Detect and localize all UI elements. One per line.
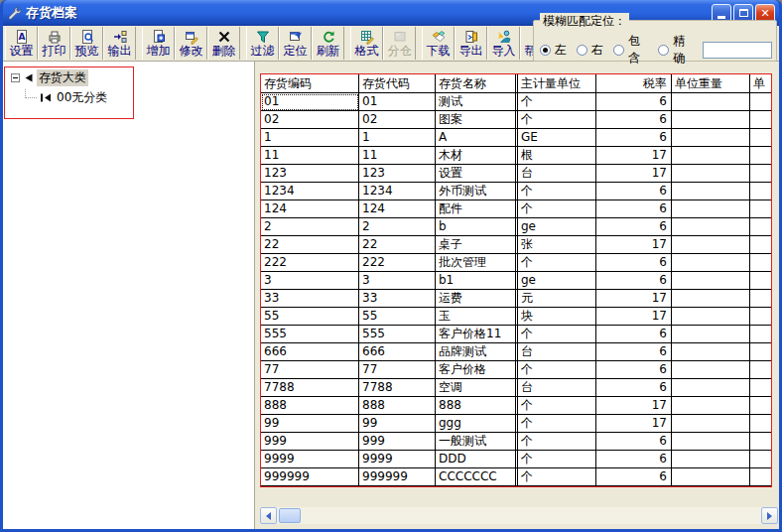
toolbar-button-filter[interactable]: 过滤 xyxy=(246,27,279,60)
grid-cell[interactable]: DDD xyxy=(436,451,515,468)
grid-cell[interactable]: 123 xyxy=(261,165,359,183)
toolbar-button-add[interactable]: 增加 xyxy=(142,27,175,60)
grid-cell[interactable]: 个 xyxy=(515,397,596,415)
grid-cell[interactable] xyxy=(750,290,771,308)
grid-cell[interactable]: b1 xyxy=(436,272,515,290)
toolbar-button-import[interactable]: 导入 xyxy=(487,27,520,60)
radio-label[interactable]: 右 xyxy=(591,42,603,59)
toolbar-button-download[interactable]: 下载 xyxy=(422,27,455,60)
grid-cell[interactable] xyxy=(750,129,771,147)
grid-cell[interactable] xyxy=(750,183,771,200)
grid-cell[interactable]: 3 xyxy=(359,272,436,290)
grid-cell[interactable]: 888 xyxy=(359,397,436,415)
grid-cell[interactable] xyxy=(672,290,750,308)
grid-cell[interactable] xyxy=(750,218,771,236)
grid-cell[interactable] xyxy=(672,129,750,147)
grid-cell[interactable] xyxy=(672,165,750,183)
grid-cell[interactable]: 9999 xyxy=(359,451,436,468)
grid-cell[interactable]: 设置 xyxy=(436,165,515,183)
scroll-left-button[interactable] xyxy=(260,507,277,524)
toolbar-button-modify[interactable]: 修改 xyxy=(175,27,207,60)
grid-cell[interactable]: 17 xyxy=(596,165,672,183)
tree-child-label[interactable]: 00无分类 xyxy=(55,89,109,106)
grid-cell[interactable]: 666 xyxy=(261,343,359,361)
grid-cell[interactable]: 个 xyxy=(515,200,596,218)
grid-cell[interactable]: 77 xyxy=(261,361,359,379)
column-header[interactable]: 单位重量 xyxy=(672,74,750,93)
grid-cell[interactable]: 7788 xyxy=(359,379,436,397)
grid-cell[interactable] xyxy=(750,200,771,218)
grid-cell[interactable] xyxy=(750,343,771,361)
grid-cell[interactable] xyxy=(750,468,771,486)
toolbar-button-print[interactable]: 打印 xyxy=(38,27,70,60)
grid-cell[interactable]: 元 xyxy=(515,290,596,308)
grid-cell[interactable]: 999 xyxy=(261,433,359,451)
grid-cell[interactable]: 1234 xyxy=(261,183,359,200)
radio-4[interactable] xyxy=(658,45,669,56)
grid-cell[interactable]: 6 xyxy=(596,361,672,379)
grid-cell[interactable]: 个 xyxy=(515,93,596,111)
grid-cell[interactable]: 6 xyxy=(596,200,672,218)
tree-item-root[interactable]: 存货大类 xyxy=(11,69,254,86)
grid-cell[interactable] xyxy=(672,93,750,111)
grid-cell[interactable]: 个 xyxy=(515,361,596,379)
grid-cell[interactable] xyxy=(672,415,750,433)
grid-cell[interactable]: 17 xyxy=(596,290,672,308)
grid-cell[interactable]: ge xyxy=(515,272,596,290)
grid-cell[interactable] xyxy=(750,451,771,468)
column-header[interactable]: 主计量单位 xyxy=(515,74,596,93)
scroll-right-button[interactable] xyxy=(761,507,778,524)
toolbar-button-export[interactable]: 导出 xyxy=(455,27,487,60)
grid-cell[interactable] xyxy=(672,433,750,451)
grid-cell[interactable]: GE xyxy=(515,129,596,147)
grid-cell[interactable]: 6 xyxy=(596,254,672,272)
grid-cell[interactable] xyxy=(672,254,750,272)
grid-cell[interactable]: 1 xyxy=(359,129,436,147)
fuzzy-match-input[interactable] xyxy=(703,42,772,59)
grid-cell[interactable]: 17 xyxy=(596,147,672,165)
grid-cell[interactable]: 6 xyxy=(596,343,672,361)
grid-cell[interactable] xyxy=(672,236,750,254)
grid-cell[interactable]: 33 xyxy=(261,290,359,308)
grid-cell[interactable]: 玉 xyxy=(436,308,515,326)
grid-cell[interactable] xyxy=(672,326,750,343)
column-header[interactable]: 存货代码 xyxy=(359,74,436,93)
grid-cell[interactable]: 个 xyxy=(515,468,596,486)
grid-cell[interactable]: 02 xyxy=(261,111,359,129)
grid-cell[interactable]: 9999 xyxy=(261,451,359,468)
collapse-minus-icon[interactable] xyxy=(11,73,20,82)
grid-cell[interactable] xyxy=(672,379,750,397)
grid-cell[interactable]: 99 xyxy=(261,415,359,433)
grid-cell[interactable]: 2 xyxy=(359,218,436,236)
grid-cell[interactable]: 555 xyxy=(261,326,359,343)
grid-cell[interactable] xyxy=(672,361,750,379)
grid-cell[interactable] xyxy=(750,361,771,379)
grid-cell[interactable]: 6 xyxy=(596,183,672,200)
grid-cell[interactable]: 台 xyxy=(515,343,596,361)
grid-cell[interactable]: 22 xyxy=(261,236,359,254)
grid-cell[interactable]: 1234 xyxy=(359,183,436,200)
grid-cell[interactable] xyxy=(750,147,771,165)
grid-cell[interactable] xyxy=(750,165,771,183)
grid-cell[interactable] xyxy=(750,433,771,451)
radio-label[interactable]: 左 xyxy=(555,42,567,59)
grid-cell[interactable]: 6 xyxy=(596,433,672,451)
grid-cell[interactable]: 6 xyxy=(596,326,672,343)
radio-1[interactable] xyxy=(540,45,551,56)
grid-cell[interactable] xyxy=(750,111,771,129)
grid-cell[interactable]: 测试 xyxy=(436,93,515,111)
grid-cell[interactable] xyxy=(750,254,771,272)
grid-cell[interactable]: 222 xyxy=(261,254,359,272)
grid-cell[interactable] xyxy=(672,308,750,326)
grid-cell[interactable]: 6 xyxy=(596,129,672,147)
grid-cell[interactable] xyxy=(672,147,750,165)
grid-cell[interactable] xyxy=(750,379,771,397)
grid-cell[interactable]: CCCCCCC xyxy=(436,468,515,486)
grid-cell[interactable] xyxy=(750,415,771,433)
grid-cell[interactable]: 11 xyxy=(261,147,359,165)
grid-cell[interactable]: 运费 xyxy=(436,290,515,308)
grid-cell[interactable] xyxy=(750,236,771,254)
grid-cell[interactable]: ge xyxy=(515,218,596,236)
grid-cell[interactable]: 客户价格 xyxy=(436,361,515,379)
column-header[interactable]: 单 xyxy=(750,74,771,93)
